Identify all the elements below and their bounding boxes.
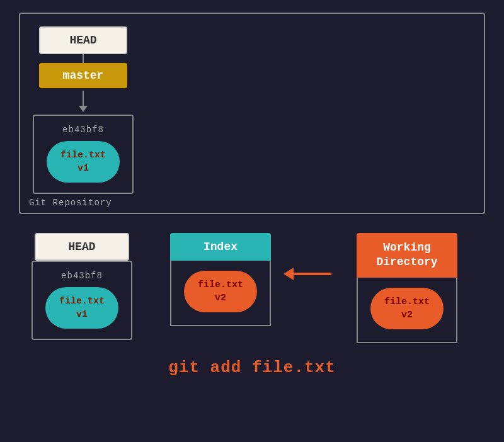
commit-id-bottom: eb43bf8 xyxy=(61,271,103,281)
working-directory-panel: WorkingDirectory file.txtv2 xyxy=(344,233,470,343)
repo-label: Git Repository xyxy=(29,198,112,208)
top-flow: HEAD master eb43bf8 file.txtv1 xyxy=(33,26,134,194)
wd-header-label: WorkingDirectory xyxy=(376,241,437,268)
index-panel: Index file.txtv2 xyxy=(158,233,284,326)
arrow-head xyxy=(79,106,88,112)
index-blob: file.txtv2 xyxy=(184,271,257,312)
master-commit-arrow xyxy=(79,91,88,112)
arrow-shaft xyxy=(294,273,331,275)
wd-body: file.txtv2 xyxy=(357,278,457,343)
commit-box-top: eb43bf8 file.txtv1 xyxy=(33,115,134,194)
git-command: git add file.txt xyxy=(168,358,336,377)
master-box: master xyxy=(39,63,127,88)
file-blob-top: file.txtv1 xyxy=(47,141,120,183)
wd-to-index-arrow-container xyxy=(284,268,331,280)
head-label-bottom: HEAD xyxy=(68,241,95,253)
commit-box-bottom: eb43bf8 file.txtv1 xyxy=(32,261,132,340)
index-header-label: Index xyxy=(203,241,238,253)
working-directory-header: WorkingDirectory xyxy=(357,233,457,278)
index-body: file.txtv2 xyxy=(170,261,271,326)
arrow-line xyxy=(83,91,84,106)
git-repository-section: HEAD master eb43bf8 file.txtv1 Git Repos… xyxy=(19,13,485,214)
file-blob-v1-bottom: file.txtv1 xyxy=(45,287,118,329)
wd-blob: file.txtv2 xyxy=(370,288,444,329)
bottom-section: HEAD eb43bf8 file.txtv1 Index file.txtv2… xyxy=(19,233,485,343)
master-label: master xyxy=(63,69,104,82)
head-label-top: HEAD xyxy=(69,34,96,47)
arrow-left-head xyxy=(284,268,294,280)
head-panel-bottom: HEAD eb43bf8 file.txtv1 xyxy=(19,233,145,340)
head-box-bottom: HEAD xyxy=(35,233,129,261)
head-box-top: HEAD xyxy=(39,26,127,54)
commit-id-top: eb43bf8 xyxy=(62,125,104,135)
head-master-connector xyxy=(83,54,84,63)
wd-to-index-arrow xyxy=(284,268,331,280)
index-header: Index xyxy=(170,233,271,261)
